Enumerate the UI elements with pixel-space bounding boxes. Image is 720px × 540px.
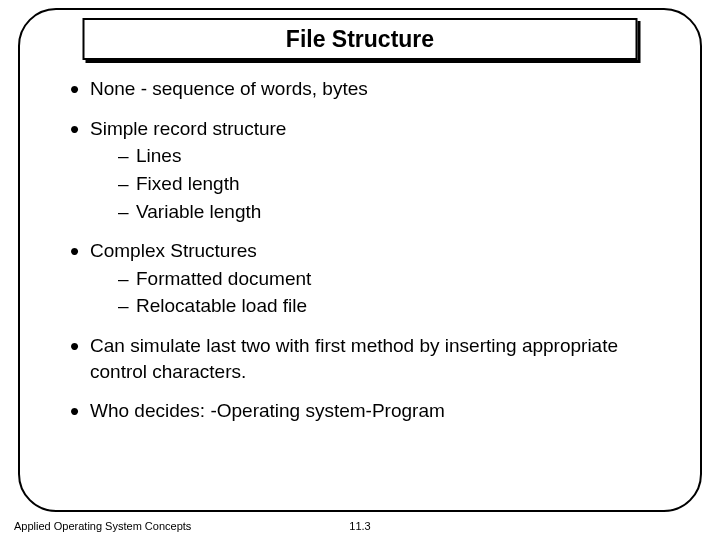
footer-left: Applied Operating System Concepts	[14, 520, 191, 532]
bullet-simple: Simple record structure Lines Fixed leng…	[70, 116, 660, 225]
bullet-complex: Complex Structures Formatted document Re…	[70, 238, 660, 319]
sub-list-complex: Formatted document Relocatable load file	[90, 266, 660, 319]
slide-title: File Structure	[83, 18, 638, 60]
bullet-simple-label: Simple record structure	[90, 118, 286, 139]
sub-list-simple: Lines Fixed length Variable length	[90, 143, 660, 224]
sub-formatted: Formatted document	[118, 266, 660, 292]
bullet-complex-label: Complex Structures	[90, 240, 257, 261]
sub-variable: Variable length	[118, 199, 660, 225]
bullet-none: None - sequence of words, bytes	[70, 76, 660, 102]
bullet-decides: Who decides: -Operating system-Program	[70, 398, 660, 424]
sub-relocatable: Relocatable load file	[118, 293, 660, 319]
footer-page-number: 11.3	[349, 520, 370, 532]
title-box: File Structure	[83, 18, 638, 60]
bullet-simulate: Can simulate last two with first method …	[70, 333, 660, 384]
sub-lines: Lines	[118, 143, 660, 169]
content-area: None - sequence of words, bytes Simple r…	[70, 76, 660, 438]
sub-fixed: Fixed length	[118, 171, 660, 197]
